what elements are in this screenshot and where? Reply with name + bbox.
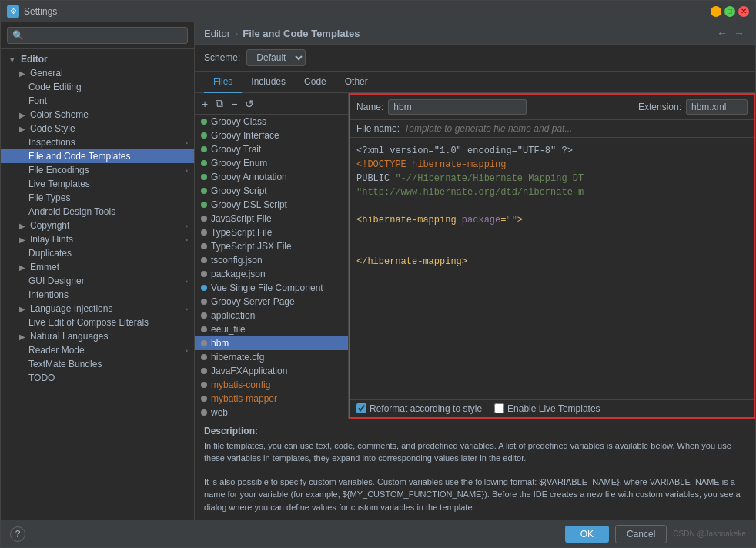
sidebar-item-duplicates[interactable]: Duplicates (1, 246, 194, 260)
sidebar-item-code-style[interactable]: ▶ Code Style (1, 122, 194, 135)
file-item-web[interactable]: web (195, 406, 348, 419)
sidebar-item-reader-mode[interactable]: Reader Mode ▪ (1, 343, 194, 357)
scheme-select[interactable]: Default Project (246, 49, 306, 66)
help-button[interactable]: ? (10, 526, 25, 542)
sidebar-item-android-design-tools[interactable]: Android Design Tools (1, 205, 194, 219)
templates-panel: + ⧉ − ↺ Groovy Class Groovy Interface (195, 93, 755, 419)
sidebar-item-code-editing[interactable]: Code Editing (1, 80, 194, 94)
sidebar-item-general[interactable]: ▶ General (1, 66, 194, 80)
file-status-dot (201, 326, 207, 332)
sidebar-item-language-injections[interactable]: ▶ Language Injections ▪ (1, 302, 194, 316)
nav-back-button[interactable]: ← (715, 27, 729, 39)
breadcrumb-parent: Editor (204, 28, 230, 39)
file-item-groovy-trait[interactable]: Groovy Trait (195, 142, 348, 156)
sidebar-item-natural-languages[interactable]: ▶ Natural Languages (1, 329, 194, 343)
search-input[interactable] (7, 27, 188, 44)
file-item-typescript[interactable]: TypeScript File (195, 226, 348, 239)
right-panel: Editor › File and Code Templates ← → Sch… (195, 22, 755, 520)
sidebar-item-emmet[interactable]: ▶ Emmet (1, 260, 194, 274)
sidebar-item-file-and-code-templates[interactable]: File and Code Templates (1, 149, 194, 163)
description-text-2: It is also possible to specify custom va… (204, 476, 746, 514)
tab-files[interactable]: Files (204, 72, 242, 93)
tabs-row: Files Includes Code Other (195, 72, 755, 93)
reformat-checkbox-wrap[interactable]: Reformat according to style (356, 403, 482, 414)
filename-input[interactable] (404, 123, 748, 134)
file-status-dot (201, 216, 207, 222)
description-text-1: In file templates, you can use text, cod… (204, 439, 746, 465)
copy-template-button[interactable]: ⧉ (213, 96, 226, 111)
ok-button[interactable]: OK (565, 526, 609, 543)
file-item-groovy-interface[interactable]: Groovy Interface (195, 129, 348, 142)
sidebar-item-intentions[interactable]: Intentions (1, 288, 194, 302)
add-template-button[interactable]: + (199, 96, 210, 111)
expand-arrow: ▶ (19, 69, 27, 78)
file-item-groovy-server[interactable]: Groovy Server Page (195, 295, 348, 309)
file-item-javascript[interactable]: JavaScript File (195, 212, 348, 226)
file-item-hibernate-cfg[interactable]: hibernate.cfg (195, 350, 348, 364)
sidebar-item-inspections[interactable]: Inspections ▪ (1, 135, 194, 149)
breadcrumb: Editor › File and Code Templates (204, 28, 360, 39)
sidebar-item-file-encodings[interactable]: File Encodings ▪ (1, 163, 194, 177)
file-item-application[interactable]: application (195, 309, 348, 322)
maximize-button[interactable]: □ (724, 6, 735, 17)
delete-template-button[interactable]: − (229, 96, 239, 111)
sidebar-item-live-edit-compose[interactable]: Live Edit of Compose Literals (1, 316, 194, 329)
extension-input[interactable] (686, 99, 748, 115)
sidebar-item-gui-designer[interactable]: GUI Designer ▪ (1, 274, 194, 288)
scheme-row: Scheme: Default Project (195, 45, 755, 72)
code-line-1: <?xml version="1.0" encoding="UTF-8" ?> (356, 144, 748, 158)
file-item-groovy-dsl[interactable]: Groovy DSL Script (195, 198, 348, 212)
code-line-5 (356, 199, 748, 213)
sidebar-section-editor[interactable]: ▾ Editor (1, 52, 194, 66)
filename-label: File name: (356, 123, 400, 134)
code-editor[interactable]: <?xml version="1.0" encoding="UTF-8" ?> … (350, 138, 754, 399)
code-line-9: </hibernate-mapping> (356, 255, 748, 269)
sidebar-item-live-templates[interactable]: Live Templates (1, 177, 194, 191)
code-line-3: PUBLIC "-//Hibernate/Hibernate Mapping D… (356, 172, 748, 185)
file-item-groovy-annotation[interactable]: Groovy Annotation (195, 170, 348, 184)
live-templates-checkbox[interactable] (494, 403, 504, 413)
file-item-mybatis-mapper[interactable]: mybatis-mapper (195, 392, 348, 406)
file-item-package[interactable]: package.json (195, 267, 348, 281)
sidebar-item-file-types[interactable]: File Types (1, 191, 194, 205)
sidebar-item-color-scheme[interactable]: ▶ Color Scheme (1, 108, 194, 122)
minimize-button[interactable]: _ (711, 6, 721, 17)
file-status-dot (201, 312, 207, 319)
sidebar-item-font[interactable]: Font (1, 94, 194, 108)
reset-template-button[interactable]: ↺ (243, 96, 256, 111)
file-item-typescript-jsx[interactable]: TypeScript JSX File (195, 239, 348, 253)
cancel-button[interactable]: Cancel (615, 525, 667, 543)
file-item-hbm[interactable]: hbm (195, 336, 348, 350)
file-item-vue[interactable]: Vue Single File Component (195, 281, 348, 295)
tab-code[interactable]: Code (295, 72, 336, 93)
description-panel: Description: In file templates, you can … (195, 419, 755, 520)
file-item-javafxapplication[interactable]: JavaFXApplication (195, 364, 348, 378)
reformat-checkbox[interactable] (356, 403, 366, 413)
reformat-label: Reformat according to style (370, 403, 482, 414)
file-item-groovy-enum[interactable]: Groovy Enum (195, 156, 348, 170)
panel-header: Editor › File and Code Templates ← → (195, 22, 755, 45)
file-item-mybatis-config[interactable]: mybatis-config (195, 378, 348, 392)
sidebar-item-todo[interactable]: TODO (1, 371, 194, 385)
gui-indicator: ▪ (185, 277, 188, 286)
file-item-eeui[interactable]: eeui_file (195, 322, 348, 336)
sidebar-item-inlay-hints[interactable]: ▶ Inlay Hints ▪ (1, 232, 194, 246)
file-item-tsconfig[interactable]: tsconfig.json (195, 253, 348, 267)
file-item-groovy-class[interactable]: Groovy Class (195, 115, 348, 129)
arrow-icon: ▾ (10, 55, 18, 64)
live-templates-checkbox-wrap[interactable]: Enable Live Templates (494, 403, 600, 414)
tab-includes[interactable]: Includes (242, 72, 295, 93)
tab-other[interactable]: Other (336, 72, 377, 93)
filename-row: File name: (350, 120, 754, 138)
file-item-groovy-script[interactable]: Groovy Script (195, 184, 348, 198)
close-button[interactable]: ✕ (738, 6, 749, 17)
file-list: Groovy Class Groovy Interface Groovy Tra… (195, 115, 348, 419)
file-status-dot (201, 174, 207, 180)
sidebar-item-copyright[interactable]: ▶ Copyright ▪ (1, 219, 194, 232)
expand-arrow: ▶ (19, 222, 27, 230)
nav-forward-button[interactable]: → (732, 27, 746, 39)
app-icon: ⚙ (7, 5, 19, 18)
sidebar-item-textmate-bundles[interactable]: TextMate Bundles (1, 357, 194, 371)
extension-field: Extension: (638, 99, 748, 115)
name-input[interactable] (388, 99, 527, 115)
